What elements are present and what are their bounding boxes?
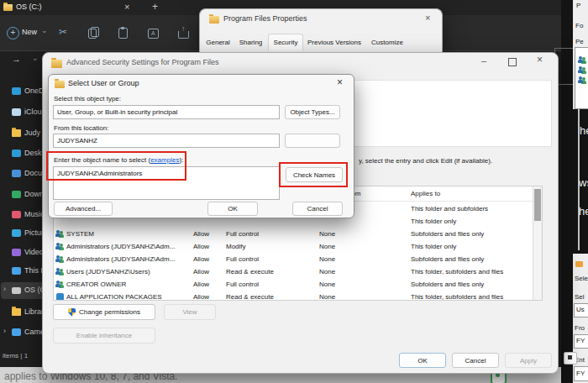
enable-inheritance-button[interactable]: Enable inheritance <box>53 328 155 344</box>
fragment-text: Us <box>576 306 585 313</box>
right-top-fragment: P Fo Pe <box>573 0 588 109</box>
cell-applies-to: This folder, subfolders and files <box>411 291 503 301</box>
tab-sharing[interactable]: Sharing <box>235 35 266 50</box>
explorer-status-text: items | 1 <box>3 352 28 359</box>
uac-shield-icon <box>68 308 76 317</box>
share-icon[interactable] <box>178 31 189 39</box>
tab-previous-versions[interactable]: Previous Versions <box>303 35 365 50</box>
folder-icon <box>209 16 219 24</box>
cell-permission: Full control <box>226 253 259 265</box>
users-icon <box>55 281 65 288</box>
cell-applies-to: Subfolders and files only <box>411 278 484 291</box>
headline-fragment: he <box>580 124 588 137</box>
cell-name: Users (JUDYSANHZ\Users) <box>66 265 150 278</box>
cell-applies-to: This folder only <box>411 215 456 228</box>
maximize-icon[interactable] <box>508 58 517 66</box>
cell-type: Allow <box>193 278 209 291</box>
properties-dialog: Program Files Properties × General Shari… <box>199 8 443 53</box>
explorer-tab[interactable]: OS (C:) <box>0 0 143 15</box>
downloads-icon <box>12 191 21 198</box>
close-icon[interactable]: × <box>537 55 543 65</box>
new-tab-icon[interactable]: + <box>152 1 158 13</box>
chevron-down-icon[interactable]: ⌄ <box>32 54 39 62</box>
cancel-button[interactable]: Cancel <box>452 353 499 368</box>
cut-icon[interactable]: ✂ <box>59 26 67 38</box>
drive-icon <box>12 287 21 294</box>
tab-close-icon[interactable]: × <box>124 2 129 12</box>
table-row[interactable]: SYSTEM Allow Full control None Subfolder… <box>54 228 542 240</box>
cell-name: Administrators (JUDYSANHZ\Adm... <box>66 253 175 265</box>
paste-icon[interactable] <box>118 28 128 39</box>
tab-customize[interactable]: Customize <box>367 35 407 50</box>
cell-name: ALL APPLICATION PACKAGES <box>66 291 162 301</box>
rename-icon[interactable] <box>148 29 159 39</box>
annotation-box-check-names <box>279 162 348 187</box>
advanced-button[interactable]: Advanced... <box>54 202 113 216</box>
table-scrollbar[interactable] <box>533 186 543 300</box>
cell-type: Allow <box>193 265 209 278</box>
change-permissions-button[interactable]: Change permissions <box>53 304 155 320</box>
object-type-label: Select this object type: <box>54 95 121 103</box>
pictures-icon <box>12 229 21 237</box>
scroll-widget-button[interactable] <box>564 352 577 365</box>
scrollbar-thumb[interactable] <box>534 189 541 221</box>
tab-general[interactable]: General <box>202 35 234 50</box>
select-cancel-button[interactable]: Cancel <box>292 202 343 216</box>
cell-permission: Full control <box>226 228 259 240</box>
table-row[interactable]: Administrators (JUDYSANHZ\Adm... Allow F… <box>54 253 542 265</box>
close-icon[interactable]: × <box>425 13 430 23</box>
headline-fragment: ws <box>579 176 588 189</box>
headline-fragment: he <box>579 205 588 218</box>
select-ok-button[interactable]: OK <box>207 202 258 216</box>
close-icon[interactable]: × <box>337 78 343 87</box>
cell-inherited-from: None <box>319 265 335 278</box>
users-icon <box>55 230 65 238</box>
cell-applies-to: This folder, subfolders and files <box>411 265 503 278</box>
plus-circle-icon: + <box>7 27 19 39</box>
cell-type: Allow <box>193 228 209 240</box>
locations-button[interactable] <box>285 134 340 148</box>
ok-button[interactable]: OK <box>399 353 446 368</box>
package-icon <box>56 293 64 301</box>
tab-security[interactable]: Security <box>268 34 303 50</box>
table-row[interactable]: ALL APPLICATION PACKAGES Allow Read & ex… <box>54 291 542 301</box>
folder-icon <box>51 60 62 68</box>
cell-permission: Read & execute <box>226 291 274 301</box>
users-icon <box>55 255 65 263</box>
table-row[interactable]: Users (JUDYSANHZ\Users) Allow Read & exe… <box>54 265 542 278</box>
object-types-button[interactable]: Object Types... <box>285 105 340 119</box>
camera-roll-icon <box>12 328 21 336</box>
cell-permission: Read & execute <box>226 265 274 278</box>
view-button[interactable]: View <box>164 304 216 320</box>
libraries-icon <box>12 308 21 316</box>
fragment-text: FY <box>576 370 585 377</box>
this-pc-icon <box>12 267 21 275</box>
apply-button[interactable]: Apply <box>505 353 552 368</box>
fragment-field: FY <box>574 334 588 349</box>
fragment-field: FY <box>574 366 588 381</box>
advanced-dialog-title: Advanced Security Settings for Program F… <box>66 58 219 67</box>
fragment-text: Fro <box>575 324 585 332</box>
location-label: From this location: <box>54 124 108 133</box>
cell-type: Allow <box>193 253 209 265</box>
table-row[interactable]: Administrators (JUDYSANHZ\Adm... Allow M… <box>54 240 542 253</box>
cell-permission: Modify <box>226 240 246 253</box>
cell-name: Administrators (JUDYSANHZ\Adm... <box>66 240 175 253</box>
new-button[interactable]: + New ⌄ <box>5 23 50 43</box>
copy-icon[interactable] <box>88 29 97 39</box>
desktop-icon <box>12 150 21 157</box>
minimize-icon[interactable]: – <box>481 56 486 66</box>
tab-title: OS (C:) <box>16 3 42 11</box>
cell-name: CREATOR OWNER <box>66 278 126 291</box>
column-header-applies-to[interactable]: Applies to <box>411 190 440 198</box>
music-icon <box>12 211 21 218</box>
fragment-listbox <box>575 47 588 109</box>
cell-type: Allow <box>193 240 209 253</box>
users-icon <box>55 243 65 250</box>
edit-hint-text: y, select the entry and click Edit (if a… <box>359 157 492 165</box>
forward-arrow-icon[interactable]: → <box>12 54 21 64</box>
users-icon <box>55 268 65 275</box>
widget-glyph-icon <box>568 355 572 359</box>
table-row[interactable]: CREATOR OWNER Allow Full control None Su… <box>54 278 542 291</box>
cell-applies-to: This folder and subfolders <box>411 202 488 215</box>
